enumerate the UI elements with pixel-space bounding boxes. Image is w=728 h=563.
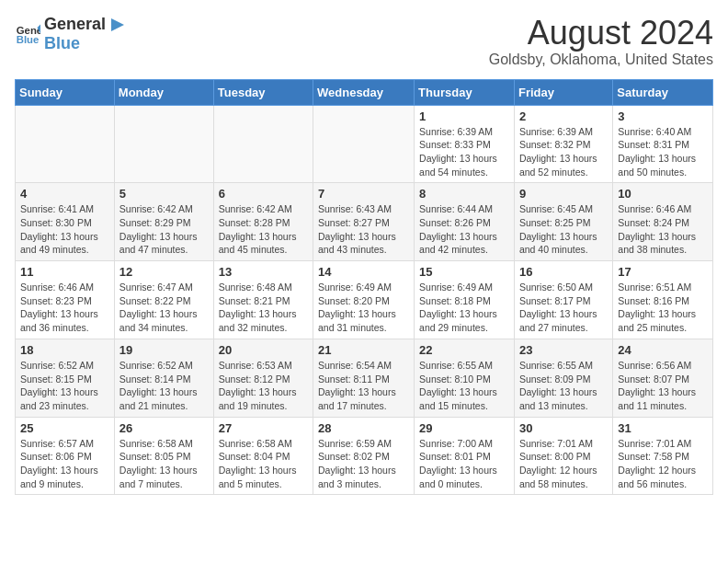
calendar-day-cell <box>313 105 415 183</box>
day-number: 16 <box>519 265 608 279</box>
weekday-header-cell: Saturday <box>613 79 713 105</box>
calendar-day-cell: 29Sunrise: 7:00 AM Sunset: 8:01 PM Dayli… <box>415 417 515 495</box>
calendar-day-cell: 6Sunrise: 6:42 AM Sunset: 8:28 PM Daylig… <box>213 183 313 261</box>
day-info: Sunrise: 6:58 AM Sunset: 8:04 PM Dayligh… <box>219 437 308 491</box>
day-number: 28 <box>318 421 409 435</box>
day-number: 17 <box>618 265 708 279</box>
weekday-header-row: SundayMondayTuesdayWednesdayThursdayFrid… <box>16 79 713 105</box>
day-info: Sunrise: 6:49 AM Sunset: 8:20 PM Dayligh… <box>318 281 409 335</box>
calendar-day-cell: 28Sunrise: 6:59 AM Sunset: 8:02 PM Dayli… <box>313 417 415 495</box>
calendar-week-row: 1Sunrise: 6:39 AM Sunset: 8:33 PM Daylig… <box>16 105 713 183</box>
calendar-day-cell: 12Sunrise: 6:47 AM Sunset: 8:22 PM Dayli… <box>114 261 213 339</box>
day-info: Sunrise: 6:53 AM Sunset: 8:12 PM Dayligh… <box>219 359 308 413</box>
calendar-day-cell <box>16 105 115 183</box>
calendar-day-cell: 19Sunrise: 6:52 AM Sunset: 8:14 PM Dayli… <box>114 339 213 417</box>
day-info: Sunrise: 6:43 AM Sunset: 8:27 PM Dayligh… <box>318 202 409 257</box>
day-number: 7 <box>318 187 409 201</box>
day-info: Sunrise: 6:56 AM Sunset: 8:07 PM Dayligh… <box>618 359 708 413</box>
weekday-header-cell: Wednesday <box>313 79 415 105</box>
day-info: Sunrise: 6:47 AM Sunset: 8:22 PM Dayligh… <box>119 281 209 335</box>
day-info: Sunrise: 6:48 AM Sunset: 8:21 PM Dayligh… <box>219 281 308 335</box>
logo: General Blue General Blue <box>15 15 124 53</box>
day-number: 2 <box>519 109 608 123</box>
day-number: 27 <box>219 421 308 435</box>
day-info: Sunrise: 6:40 AM Sunset: 8:31 PM Dayligh… <box>618 125 708 179</box>
day-number: 26 <box>119 421 209 435</box>
calendar-day-cell: 17Sunrise: 6:51 AM Sunset: 8:16 PM Dayli… <box>613 261 713 339</box>
calendar-day-cell: 20Sunrise: 6:53 AM Sunset: 8:12 PM Dayli… <box>213 339 313 417</box>
day-number: 5 <box>119 187 209 201</box>
logo-general-text: General <box>44 15 106 34</box>
day-number: 29 <box>419 421 509 435</box>
logo-arrow-icon <box>108 17 124 33</box>
calendar-day-cell: 15Sunrise: 6:49 AM Sunset: 8:18 PM Dayli… <box>415 261 515 339</box>
calendar-day-cell: 24Sunrise: 6:56 AM Sunset: 8:07 PM Dayli… <box>613 339 713 417</box>
calendar-day-cell: 9Sunrise: 6:45 AM Sunset: 8:25 PM Daylig… <box>514 183 612 261</box>
day-info: Sunrise: 6:57 AM Sunset: 8:06 PM Dayligh… <box>20 437 109 491</box>
day-number: 31 <box>618 421 708 435</box>
calendar-day-cell: 14Sunrise: 6:49 AM Sunset: 8:20 PM Dayli… <box>313 261 415 339</box>
day-info: Sunrise: 6:45 AM Sunset: 8:25 PM Dayligh… <box>519 202 608 257</box>
day-number: 6 <box>219 187 308 201</box>
day-number: 22 <box>419 343 509 357</box>
header: General Blue General Blue August 2024 Go… <box>15 15 713 68</box>
day-number: 11 <box>20 265 109 279</box>
day-info: Sunrise: 6:55 AM Sunset: 8:09 PM Dayligh… <box>519 359 608 413</box>
day-info: Sunrise: 7:01 AM Sunset: 7:58 PM Dayligh… <box>618 437 708 491</box>
calendar-day-cell: 8Sunrise: 6:44 AM Sunset: 8:26 PM Daylig… <box>415 183 515 261</box>
day-info: Sunrise: 6:49 AM Sunset: 8:18 PM Dayligh… <box>419 281 509 335</box>
day-number: 15 <box>419 265 509 279</box>
svg-marker-3 <box>111 18 124 31</box>
day-number: 30 <box>519 421 608 435</box>
weekday-header-cell: Sunday <box>16 79 115 105</box>
day-info: Sunrise: 6:39 AM Sunset: 8:33 PM Dayligh… <box>419 125 509 179</box>
calendar-day-cell: 1Sunrise: 6:39 AM Sunset: 8:33 PM Daylig… <box>415 105 515 183</box>
calendar-body: 1Sunrise: 6:39 AM Sunset: 8:33 PM Daylig… <box>16 105 713 495</box>
svg-text:Blue: Blue <box>17 34 40 45</box>
day-number: 10 <box>618 187 708 201</box>
day-info: Sunrise: 6:46 AM Sunset: 8:23 PM Dayligh… <box>20 281 109 335</box>
page-title: August 2024 <box>489 15 713 52</box>
day-info: Sunrise: 6:42 AM Sunset: 8:28 PM Dayligh… <box>219 202 308 257</box>
logo-icon: General Blue <box>15 21 40 47</box>
calendar-week-row: 4Sunrise: 6:41 AM Sunset: 8:30 PM Daylig… <box>16 183 713 261</box>
day-info: Sunrise: 6:39 AM Sunset: 8:32 PM Dayligh… <box>519 125 608 179</box>
calendar-day-cell: 16Sunrise: 6:50 AM Sunset: 8:17 PM Dayli… <box>514 261 612 339</box>
calendar-day-cell: 5Sunrise: 6:42 AM Sunset: 8:29 PM Daylig… <box>114 183 213 261</box>
day-number: 4 <box>20 187 109 201</box>
day-number: 1 <box>419 109 509 123</box>
calendar-day-cell: 25Sunrise: 6:57 AM Sunset: 8:06 PM Dayli… <box>16 417 115 495</box>
day-info: Sunrise: 6:41 AM Sunset: 8:30 PM Dayligh… <box>20 202 109 257</box>
weekday-header-cell: Tuesday <box>213 79 313 105</box>
day-info: Sunrise: 6:55 AM Sunset: 8:10 PM Dayligh… <box>419 359 509 413</box>
day-number: 23 <box>519 343 608 357</box>
day-info: Sunrise: 6:51 AM Sunset: 8:16 PM Dayligh… <box>618 281 708 335</box>
day-info: Sunrise: 6:54 AM Sunset: 8:11 PM Dayligh… <box>318 359 409 413</box>
calendar-week-row: 25Sunrise: 6:57 AM Sunset: 8:06 PM Dayli… <box>16 417 713 495</box>
calendar-day-cell: 31Sunrise: 7:01 AM Sunset: 7:58 PM Dayli… <box>613 417 713 495</box>
day-number: 19 <box>119 343 209 357</box>
day-number: 14 <box>318 265 409 279</box>
calendar-day-cell: 2Sunrise: 6:39 AM Sunset: 8:32 PM Daylig… <box>514 105 612 183</box>
weekday-header-cell: Thursday <box>415 79 515 105</box>
calendar-day-cell: 26Sunrise: 6:58 AM Sunset: 8:05 PM Dayli… <box>114 417 213 495</box>
calendar-day-cell: 7Sunrise: 6:43 AM Sunset: 8:27 PM Daylig… <box>313 183 415 261</box>
title-section: August 2024 Goldsby, Oklahoma, United St… <box>489 15 713 68</box>
day-number: 21 <box>318 343 409 357</box>
day-info: Sunrise: 6:58 AM Sunset: 8:05 PM Dayligh… <box>119 437 209 491</box>
calendar-day-cell <box>114 105 213 183</box>
day-number: 3 <box>618 109 708 123</box>
day-number: 18 <box>20 343 109 357</box>
weekday-header-cell: Friday <box>514 79 612 105</box>
calendar-week-row: 18Sunrise: 6:52 AM Sunset: 8:15 PM Dayli… <box>16 339 713 417</box>
calendar-day-cell: 13Sunrise: 6:48 AM Sunset: 8:21 PM Dayli… <box>213 261 313 339</box>
day-info: Sunrise: 6:52 AM Sunset: 8:15 PM Dayligh… <box>20 359 109 413</box>
day-info: Sunrise: 7:01 AM Sunset: 8:00 PM Dayligh… <box>519 437 608 491</box>
calendar-day-cell: 30Sunrise: 7:01 AM Sunset: 8:00 PM Dayli… <box>514 417 612 495</box>
calendar-day-cell <box>213 105 313 183</box>
day-info: Sunrise: 6:44 AM Sunset: 8:26 PM Dayligh… <box>419 202 509 257</box>
calendar-day-cell: 22Sunrise: 6:55 AM Sunset: 8:10 PM Dayli… <box>415 339 515 417</box>
calendar-table: SundayMondayTuesdayWednesdayThursdayFrid… <box>15 79 713 496</box>
logo-blue-text: Blue <box>44 34 80 52</box>
day-info: Sunrise: 6:46 AM Sunset: 8:24 PM Dayligh… <box>618 202 708 257</box>
